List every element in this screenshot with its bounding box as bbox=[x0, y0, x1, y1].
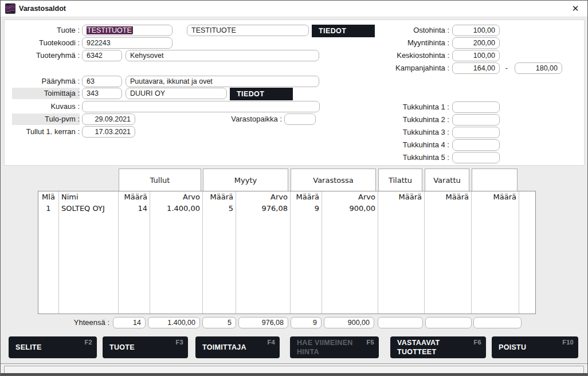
status-field bbox=[4, 366, 584, 374]
tukkuhinta-2-label: Tukkuhinta 2 : bbox=[370, 114, 449, 126]
table-cell: 976,08 bbox=[236, 203, 291, 214]
ostohinta-label: Ostohinta : bbox=[370, 25, 449, 36]
button-label: VASTAAVAT TUOTTEET bbox=[397, 339, 467, 357]
totals-field-tilattu-maara bbox=[378, 317, 423, 328]
table-empty-cell bbox=[59, 214, 119, 314]
table-empty-cell bbox=[38, 214, 59, 314]
table-cell: 1 bbox=[38, 203, 59, 214]
tuote-label: Tuote : bbox=[7, 25, 80, 36]
totals-label: Yhteensä : bbox=[55, 317, 109, 328]
text-cursor bbox=[132, 26, 133, 34]
table-empty-cell bbox=[519, 214, 535, 314]
tukkuhinta-3-input[interactable] bbox=[452, 127, 500, 138]
table-empty-cell bbox=[119, 214, 150, 314]
fkey-label: F4 bbox=[268, 339, 275, 347]
kampanjahinta-from-input[interactable] bbox=[452, 62, 500, 74]
button-label: TOIMITTAJA bbox=[202, 343, 246, 352]
myyntihinta-input[interactable] bbox=[452, 37, 500, 49]
close-icon[interactable]: ✕ bbox=[568, 1, 583, 17]
button-label: SELITE bbox=[15, 343, 42, 352]
table-empty-cell bbox=[425, 214, 472, 314]
window-title: Varastosaldot bbox=[19, 1, 66, 17]
table-row[interactable]: 1 SOLTEQ OYJ 14 1.400,00 5 976,08 9 900,… bbox=[38, 203, 535, 214]
column-header-arvo: Arvo bbox=[236, 191, 291, 203]
totals-field-tullut-arvo: 1.400,00 bbox=[148, 317, 200, 328]
fkey-label: F2 bbox=[85, 339, 92, 347]
totals-field-myyty-arvo: 976,08 bbox=[238, 317, 288, 328]
column-header-mla: Mlä bbox=[38, 191, 59, 203]
paaryhma-code-input[interactable] bbox=[82, 76, 122, 87]
kampanjahinta-to-input[interactable] bbox=[515, 62, 562, 74]
tuoteryhma-label: Tuoteryhmä : bbox=[7, 50, 80, 61]
totals-field-varastossa-maara: 9 bbox=[291, 317, 322, 328]
hae-viimeinen-hinta-button[interactable]: HAE VIIMEINEN HINTA F5 bbox=[290, 336, 379, 358]
keskiostohinta-input[interactable] bbox=[452, 50, 500, 61]
table-empty-cell bbox=[322, 214, 378, 314]
table-cell bbox=[425, 203, 472, 214]
toimittaja-tiedot-button[interactable]: TIEDOT bbox=[230, 88, 293, 100]
column-header-maara: Määrä bbox=[425, 191, 472, 203]
selite-button[interactable]: SELITE F2 bbox=[9, 336, 97, 358]
totals-field-extra-maara bbox=[473, 317, 522, 328]
tukkuhinta-1-label: Tukkuhinta 1 : bbox=[370, 101, 449, 113]
tuoteryhma-code-input[interactable] bbox=[82, 50, 122, 61]
table-cell: 5 bbox=[203, 203, 236, 214]
fkey-label: F3 bbox=[176, 339, 183, 347]
button-label: TUOTE bbox=[109, 343, 135, 352]
table-empty-cell bbox=[150, 214, 203, 314]
group-header-myyty: Myyty bbox=[203, 169, 288, 191]
tulo-pvm-label: Tulo-pvm : bbox=[12, 113, 80, 125]
column-header-maara: Määrä bbox=[472, 191, 519, 203]
tuote-button[interactable]: TUOTE F3 bbox=[103, 336, 188, 358]
column-header-blank bbox=[519, 191, 535, 203]
tulo-pvm-input[interactable] bbox=[82, 113, 135, 125]
table-header-row: Mlä Nimi Määrä Arvo Määrä Arvo Määrä Arv… bbox=[38, 191, 535, 203]
tuote-code-input[interactable]: TESTITUOTE bbox=[82, 25, 173, 36]
tuote-name-input[interactable] bbox=[187, 25, 309, 36]
tuote-tiedot-button[interactable]: TIEDOT bbox=[312, 25, 375, 37]
poistu-button[interactable]: POISTU F10 bbox=[492, 336, 578, 358]
table-cell: 9 bbox=[291, 203, 322, 214]
kuvaus-input[interactable] bbox=[82, 101, 320, 112]
toimittaja-code-input[interactable] bbox=[82, 88, 122, 99]
totals-field-myyty-maara: 5 bbox=[202, 317, 236, 328]
column-header-maara: Määrä bbox=[378, 191, 425, 203]
fkey-label: F6 bbox=[474, 339, 481, 347]
toimittaja-name-input[interactable] bbox=[126, 88, 227, 99]
tukkuhinta-4-label: Tukkuhinta 4 : bbox=[370, 139, 449, 151]
column-header-maara: Määrä bbox=[119, 191, 150, 203]
paaryhma-label: Pääryhmä : bbox=[7, 76, 80, 87]
tullut-1-kerran-label: Tullut 1. kerran : bbox=[7, 126, 80, 138]
group-header-varastossa: Varastossa bbox=[291, 169, 376, 191]
toimittaja-button[interactable]: TOIMITTAJA F4 bbox=[195, 336, 280, 358]
table-empty-area bbox=[38, 214, 535, 314]
myyntihinta-label: Myyntihinta : bbox=[370, 37, 449, 49]
tukkuhinta-5-input[interactable] bbox=[452, 152, 500, 163]
varastopaikka-input[interactable] bbox=[284, 113, 316, 125]
paaryhma-name-input[interactable] bbox=[126, 76, 319, 87]
totals-field-varastossa-arvo: 900,00 bbox=[324, 317, 374, 328]
varastopaikka-label: Varastopaikka : bbox=[219, 113, 282, 125]
tullut-1-kerran-input[interactable] bbox=[82, 126, 135, 138]
tuotekoodi-input[interactable] bbox=[82, 37, 173, 49]
tukkuhinta-4-input[interactable] bbox=[452, 139, 500, 151]
tuotekoodi-label: Tuotekoodi : bbox=[7, 37, 80, 49]
tukkuhinta-1-input[interactable] bbox=[452, 101, 500, 113]
table-empty-cell bbox=[203, 214, 236, 314]
keskiostohinta-label: Keskiostohinta : bbox=[370, 50, 449, 61]
warehouse-table: Mlä Nimi Määrä Arvo Määrä Arvo Määrä Arv… bbox=[38, 191, 536, 314]
toimittaja-label: Toimittaja : bbox=[12, 88, 80, 99]
button-label: POISTU bbox=[499, 343, 526, 352]
kuvaus-label: Kuvaus : bbox=[7, 101, 80, 112]
tukkuhinta-2-input[interactable] bbox=[452, 114, 500, 126]
kampanjahinta-label: Kampanjahinta : bbox=[370, 62, 449, 74]
column-header-maara: Määrä bbox=[203, 191, 236, 203]
table-empty-cell bbox=[236, 214, 291, 314]
totals-field-tullut-maara: 14 bbox=[113, 317, 146, 328]
title-bar[interactable]: Varastosaldot ✕ bbox=[1, 1, 587, 17]
fkey-label: F5 bbox=[367, 339, 374, 347]
table-cell bbox=[378, 203, 425, 214]
tuoteryhma-name-input[interactable] bbox=[126, 50, 319, 61]
vastaavat-tuotteet-button[interactable]: VASTAAVAT TUOTTEET F6 bbox=[390, 336, 486, 358]
ostohinta-input[interactable] bbox=[452, 25, 500, 36]
